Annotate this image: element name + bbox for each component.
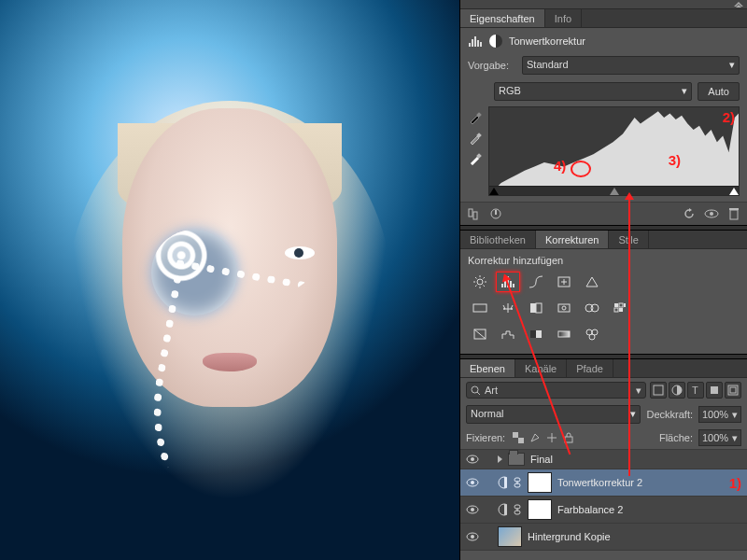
adj-exposure-icon[interactable] xyxy=(552,272,576,292)
layer-mask-thumbnail[interactable] xyxy=(528,472,552,493)
reset-icon[interactable] xyxy=(682,206,697,221)
preset-select[interactable]: Standard▾ xyxy=(522,56,740,75)
adj-colorlookup-icon[interactable] xyxy=(608,298,632,318)
eyedropper-white-icon[interactable] xyxy=(468,151,483,166)
adj-selectivecolor-icon[interactable] xyxy=(580,324,604,344)
clip-icon[interactable] xyxy=(488,206,503,221)
filter-adjustment-icon[interactable] xyxy=(669,382,685,399)
adj-levels-icon[interactable] xyxy=(496,272,520,292)
tab-styles[interactable]: Stile xyxy=(609,231,648,248)
svg-point-27 xyxy=(562,306,566,310)
adj-channelmixer-icon[interactable] xyxy=(580,298,604,318)
layer-mask-thumbnail[interactable] xyxy=(528,499,552,520)
properties-panel: Tonwertkorrektur Vorgabe: Standard▾ RGB▾… xyxy=(460,28,747,202)
adj-photofilter-icon[interactable] xyxy=(552,298,576,318)
lock-position-icon[interactable] xyxy=(544,430,559,445)
tab-libraries[interactable]: Bibliotheken xyxy=(460,231,536,248)
lock-transparency-icon[interactable] xyxy=(511,430,526,445)
filter-shape-icon[interactable] xyxy=(706,382,723,399)
tab-layers[interactable]: Ebenen xyxy=(460,359,515,377)
svg-rect-34 xyxy=(619,308,623,312)
opacity-input[interactable]: 100%▾ xyxy=(698,406,741,423)
tab-channels[interactable]: Kanäle xyxy=(515,359,567,377)
svg-rect-25 xyxy=(536,303,542,313)
visibility-toggle-icon[interactable] xyxy=(466,476,479,489)
svg-point-62 xyxy=(471,508,474,511)
layer-name[interactable]: Farbbalance 2 xyxy=(557,504,623,515)
adj-threshold-icon[interactable] xyxy=(524,324,548,344)
svg-rect-32 xyxy=(624,303,626,307)
adj-bw-icon[interactable] xyxy=(524,298,548,318)
layer-name[interactable]: Hintergrund Kopie xyxy=(528,531,611,542)
visibility-icon[interactable] xyxy=(704,206,719,221)
svg-point-8 xyxy=(710,212,713,216)
pin-icon[interactable] xyxy=(466,206,481,221)
link-icon[interactable] xyxy=(513,476,522,489)
filter-smart-icon[interactable] xyxy=(725,382,741,399)
corrections-panel: Korrektur hinzufügen xyxy=(460,249,747,354)
layer-row[interactable]: Farbbalance 2 xyxy=(460,497,747,524)
svg-rect-44 xyxy=(654,385,663,395)
lock-pixels-icon[interactable] xyxy=(528,430,543,445)
adjustment-layer-icon xyxy=(498,503,507,516)
panel-collapse-bar[interactable] xyxy=(460,0,747,9)
svg-line-16 xyxy=(475,277,477,279)
eyedropper-gray-icon[interactable] xyxy=(468,131,483,146)
document-canvas[interactable] xyxy=(0,0,459,560)
svg-line-17 xyxy=(484,286,486,287)
layers-tabbar: Ebenen Kanäle Pfade xyxy=(460,359,747,378)
properties-tabbar: Eigenschaften Info xyxy=(460,9,747,28)
svg-point-56 xyxy=(471,481,474,484)
adj-colorbalance-icon[interactable] xyxy=(496,298,520,318)
tab-paths[interactable]: Pfade xyxy=(567,359,613,377)
svg-rect-47 xyxy=(711,386,718,394)
filter-type-icon[interactable]: T xyxy=(687,382,704,399)
fill-label: Fläche: xyxy=(659,432,693,443)
opacity-label: Deckkraft: xyxy=(646,409,693,420)
tab-corrections[interactable]: Korrekturen xyxy=(536,231,609,248)
eyedropper-black-icon[interactable] xyxy=(468,110,483,125)
channel-select[interactable]: RGB▾ xyxy=(494,82,692,101)
adj-invert-icon[interactable] xyxy=(468,324,492,344)
adj-curves-icon[interactable] xyxy=(524,272,548,292)
right-panel-dock: Eigenschaften Info Tonwertkorrektur Vorg… xyxy=(459,0,747,560)
svg-rect-3 xyxy=(469,209,472,217)
mask-icon[interactable] xyxy=(488,34,503,49)
adj-gradientmap-icon[interactable] xyxy=(552,324,576,344)
auto-button[interactable]: Auto xyxy=(698,82,740,101)
tab-info[interactable]: Info xyxy=(545,9,582,27)
svg-rect-51 xyxy=(518,438,524,443)
adj-hue-icon[interactable] xyxy=(468,298,492,318)
visibility-toggle-icon[interactable] xyxy=(466,503,479,516)
svg-point-41 xyxy=(589,334,595,340)
lock-all-icon[interactable] xyxy=(561,430,576,445)
layer-group-row[interactable]: Final xyxy=(460,450,747,469)
svg-rect-31 xyxy=(619,303,623,307)
layer-thumbnail[interactable] xyxy=(498,526,522,547)
filter-pixel-icon[interactable] xyxy=(650,382,667,399)
levels-input-slider[interactable] xyxy=(489,186,739,195)
expand-arrow-icon[interactable] xyxy=(498,455,502,463)
adj-posterize-icon[interactable] xyxy=(496,324,520,344)
histogram[interactable]: 2) 3) xyxy=(488,106,740,196)
adj-vibrance-icon[interactable] xyxy=(580,272,604,292)
layer-row[interactable]: Hintergrund Kopie xyxy=(460,524,747,551)
svg-rect-30 xyxy=(614,303,618,307)
canvas-image xyxy=(0,0,459,560)
group-name[interactable]: Final xyxy=(530,454,553,465)
fill-input[interactable]: 100%▾ xyxy=(698,429,741,446)
layer-row-selected[interactable]: Tonwertkorrektur 2 1) xyxy=(460,469,747,497)
blend-mode-select[interactable]: Normal▾ xyxy=(466,405,641,424)
adj-brightness-icon[interactable] xyxy=(468,272,492,292)
layer-name[interactable]: Tonwertkorrektur 2 xyxy=(557,477,642,488)
corrections-tabbar: Bibliotheken Korrekturen Stile xyxy=(460,231,747,249)
layer-filter-select[interactable]: Art ▾ xyxy=(466,382,646,399)
visibility-toggle-icon[interactable] xyxy=(466,530,479,543)
tab-properties[interactable]: Eigenschaften xyxy=(460,9,545,27)
link-icon[interactable] xyxy=(513,503,522,516)
svg-rect-6 xyxy=(495,210,497,215)
lock-row: Fixieren: Fläche: 100%▾ xyxy=(460,427,747,450)
svg-point-29 xyxy=(591,304,599,312)
trash-icon[interactable] xyxy=(726,206,741,221)
visibility-toggle-icon[interactable] xyxy=(466,453,479,466)
